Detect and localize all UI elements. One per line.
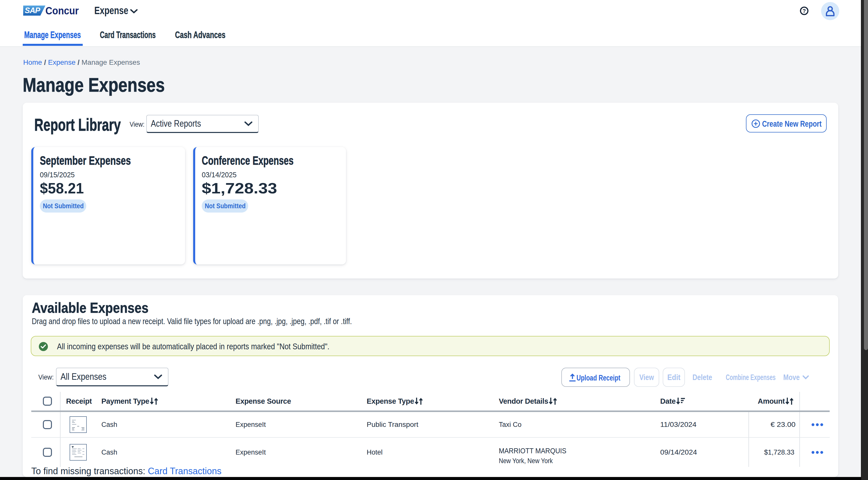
svg-text:?: ? bbox=[802, 8, 806, 14]
